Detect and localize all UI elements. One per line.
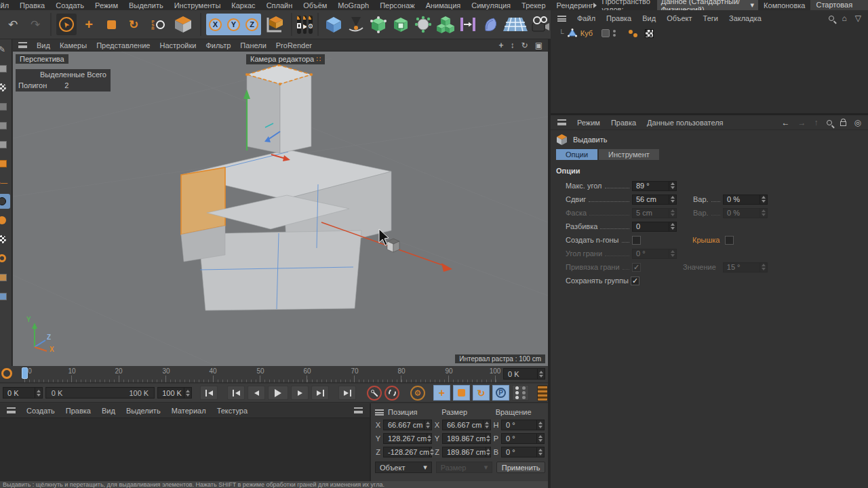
- om-menu-bookmark[interactable]: Закладка: [729, 14, 762, 22]
- next-frame-button[interactable]: [291, 386, 309, 400]
- volume-builder-button[interactable]: [435, 14, 456, 35]
- model-mode-button[interactable]: [0, 61, 10, 76]
- mat-menu-select[interactable]: Выделить: [126, 407, 161, 415]
- mat-menu-texture[interactable]: Текстура: [217, 407, 248, 415]
- vp-menu-display[interactable]: Представление: [96, 41, 150, 49]
- apply-button[interactable]: Применить: [496, 462, 545, 473]
- zoom-view-icon[interactable]: ↕: [511, 41, 515, 50]
- menu-render[interactable]: Рендеринг: [557, 1, 593, 9]
- camera-label[interactable]: Камера редактора ∷: [246, 54, 325, 64]
- end-frame-spinner[interactable]: 100 K: [157, 387, 192, 399]
- om-menu-view[interactable]: Вид: [642, 14, 656, 22]
- autokey-button[interactable]: [384, 386, 399, 401]
- record-keyframe-button[interactable]: [367, 386, 382, 401]
- object-row-cube[interactable]: └ Куб: [551, 26, 868, 40]
- spinner[interactable]: [536, 434, 544, 443]
- spinner[interactable]: [427, 434, 431, 443]
- quantize-button[interactable]: [0, 232, 10, 247]
- vp-menu-view[interactable]: Вид: [37, 41, 50, 49]
- spline-pen-button[interactable]: [346, 14, 366, 35]
- select-tool-button[interactable]: ➤: [56, 14, 77, 35]
- keyframe-film-button[interactable]: [537, 385, 548, 401]
- make-editable-button[interactable]: ✎: [0, 42, 10, 57]
- menu-tracker[interactable]: Трекер: [521, 1, 546, 9]
- home-icon[interactable]: ⌂: [842, 14, 847, 23]
- phong-tag-icon[interactable]: [645, 29, 654, 38]
- workplane-mode-button[interactable]: [0, 99, 10, 114]
- am-menu-edit[interactable]: Правка: [611, 119, 636, 127]
- cap-checkbox[interactable]: [725, 236, 734, 245]
- camera-button[interactable]: [530, 14, 551, 35]
- render-button[interactable]: ▶: [303, 16, 307, 34]
- sphere-cage-button[interactable]: [413, 14, 433, 35]
- spinner[interactable]: [35, 388, 42, 398]
- primitive-cube-button[interactable]: [323, 14, 344, 35]
- current-frame-spinner[interactable]: 0 K: [503, 368, 545, 380]
- timeline-playhead[interactable]: [22, 367, 28, 379]
- search-icon[interactable]: [829, 16, 834, 21]
- position-y-field[interactable]: 128.267 cm: [383, 433, 432, 444]
- rotate-view-icon[interactable]: ↻: [521, 41, 528, 50]
- variance1-field[interactable]: 0 %: [723, 195, 768, 205]
- node-space-dropdown[interactable]: Данное (Стандартный/Физический) ▾: [657, 0, 758, 10]
- start-frame-spinner[interactable]: 0 K: [3, 387, 43, 399]
- rotation-h-field[interactable]: 0 °: [501, 420, 545, 430]
- menu-file[interactable]: Файл: [0, 1, 9, 9]
- play-button[interactable]: [268, 386, 288, 400]
- last-tool-psr-button[interactable]: PSR: [146, 14, 169, 35]
- vp-menu-cameras[interactable]: Камеры: [60, 41, 87, 49]
- max-angle-field[interactable]: 89 °: [632, 181, 677, 191]
- snap-sphere-button[interactable]: [0, 213, 10, 228]
- floor-button[interactable]: [502, 14, 528, 35]
- subdivision-surface-button[interactable]: [368, 14, 389, 35]
- search-icon[interactable]: [827, 120, 832, 125]
- section-title[interactable]: Опции: [551, 160, 868, 179]
- visibility-toggles[interactable]: [613, 30, 616, 37]
- array-button[interactable]: [458, 14, 478, 35]
- size-z-field[interactable]: 189.867 cm: [442, 447, 491, 458]
- snap-ring-button[interactable]: [0, 251, 10, 266]
- pan-view-icon[interactable]: +: [499, 41, 504, 50]
- viewport-canvas[interactable]: Перспектива Камера редактора ∷ Выделенны…: [13, 52, 548, 366]
- vp-menu-options[interactable]: Настройки: [159, 41, 196, 49]
- menu-mode[interactable]: Режим: [95, 1, 118, 9]
- subdivision-field[interactable]: 0: [632, 222, 677, 232]
- timeline-marker-icon[interactable]: [1, 368, 12, 379]
- spinner[interactable]: [184, 388, 191, 398]
- undo-button[interactable]: ↶: [3, 14, 23, 35]
- key-rotation-toggle[interactable]: ↻: [473, 385, 490, 401]
- preserve-groups-checkbox[interactable]: ✓: [631, 277, 639, 285]
- om-menu-edit[interactable]: Правка: [606, 14, 631, 22]
- tweak-mode-button[interactable]: ●—: [0, 175, 10, 190]
- mat-menu-icon-right[interactable]: [354, 407, 363, 413]
- plane-grid-button[interactable]: [0, 289, 10, 304]
- viewport-menu-icon[interactable]: [18, 42, 27, 48]
- position-z-field[interactable]: -128.267 cm: [383, 447, 432, 458]
- maximize-view-icon[interactable]: ▣: [535, 41, 542, 50]
- point-level-animation-button[interactable]: [512, 385, 529, 401]
- spinner[interactable]: [536, 447, 544, 457]
- menu-create[interactable]: Создать: [56, 1, 84, 9]
- size-y-field[interactable]: 189.867 cm: [442, 433, 491, 444]
- filter-icon[interactable]: ▽: [855, 14, 861, 23]
- timeline-ruler[interactable]: 0 10 20 30 40 50 60 70 80 90 100 0 K: [0, 366, 548, 383]
- key-position-toggle[interactable]: +: [433, 385, 450, 401]
- menu-mograph[interactable]: MoGraph: [338, 1, 369, 9]
- texture-mode-button[interactable]: [0, 80, 10, 95]
- menu-edit[interactable]: Правка: [20, 1, 45, 9]
- mat-menu-icon[interactable]: [7, 407, 16, 413]
- key-scale-toggle[interactable]: [453, 385, 470, 401]
- menu-mesh[interactable]: Каркас: [231, 1, 255, 9]
- workplane-grid-button[interactable]: [0, 270, 10, 285]
- menu-select[interactable]: Выделить: [129, 1, 163, 9]
- edges-mode-button[interactable]: [0, 137, 10, 152]
- spinner[interactable]: [760, 195, 767, 204]
- target-icon[interactable]: ◎: [854, 118, 861, 127]
- offset-field[interactable]: 56 cm: [632, 195, 677, 205]
- coordinate-cube-button[interactable]: [171, 14, 195, 35]
- frame-range-slider[interactable]: 0 K 100 K: [45, 387, 155, 399]
- axis-z-button[interactable]: Z: [243, 14, 261, 35]
- tab-options[interactable]: Опции: [556, 149, 597, 160]
- node-space-arrow-icon[interactable]: [593, 3, 597, 8]
- cap-label[interactable]: Крышка: [692, 236, 719, 244]
